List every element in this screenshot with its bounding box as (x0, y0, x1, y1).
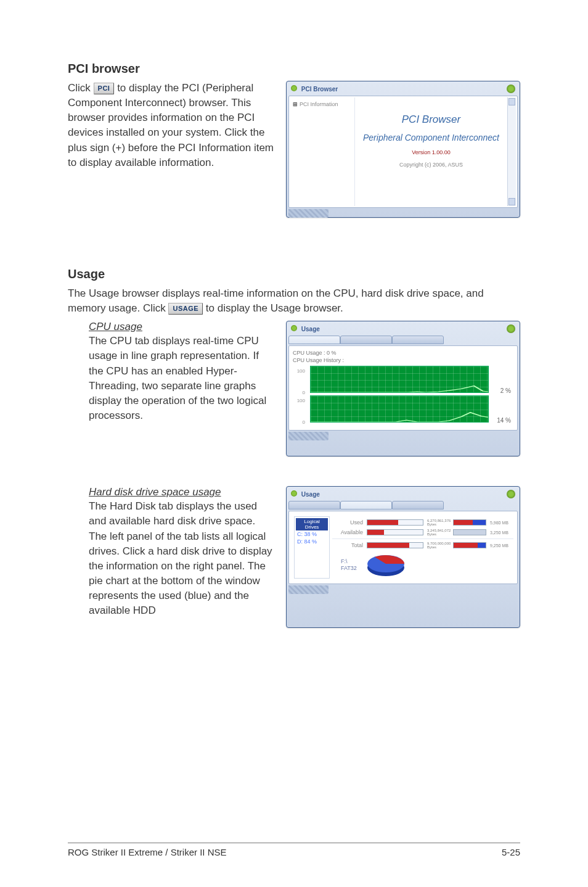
pci-main-panel: PCI Browser Peripheral Component Interco… (355, 97, 507, 206)
tab-hdd[interactable] (340, 501, 392, 510)
tick-bot: 0 (295, 390, 305, 395)
hdd-drive-list: Logical Drives C: 38 % D: 84 % (294, 516, 330, 579)
tick-bot: 0 (295, 419, 305, 425)
hdd-total-bar-sm (453, 542, 486, 548)
hdd-body: The Hard Disk tab displays the used and … (89, 499, 275, 618)
window-footer-grip (288, 585, 329, 594)
cpu-graph1-ticks: 100 0 (295, 368, 306, 395)
hdd-avail-bar-sm (453, 529, 486, 535)
pci-version: Version 1.00.00 (359, 149, 504, 155)
close-icon[interactable] (507, 324, 515, 333)
pci-copyright: Copyright (c) 2006, ASUS (359, 162, 504, 168)
usage-tabs (288, 501, 518, 510)
tab-hdd[interactable] (340, 336, 392, 344)
usage-heading: Usage (68, 267, 520, 281)
pci-tree-panel: ⊞ PCI Information (290, 97, 355, 206)
hdd-pie-wrap: F:\ FAT32 (333, 551, 512, 579)
pci-inline-button[interactable]: PCI (94, 83, 115, 95)
tick-top: 100 (295, 398, 305, 403)
pci-heading: PCI browser (68, 62, 520, 76)
pci-paragraph: Click PCI to display the PCI (Peripheral… (68, 81, 275, 170)
tab-memory[interactable] (392, 336, 444, 344)
hdd-used-bytes: 6,270,861,376 Bytes (427, 519, 449, 526)
cpu-graph1-value: 2 % (492, 387, 511, 395)
usage-inline-button[interactable]: USAGE (168, 303, 203, 315)
hdd-used-label: Used (333, 519, 363, 526)
window-footer-grip (288, 432, 329, 440)
cpu-usage-block: CPU usage The CPU tab displays real-time… (68, 321, 520, 456)
hdd-subhead: Hard disk drive space usage (89, 486, 275, 498)
hdd-row-avail: Available 3,245,841,072 Bytes 3,250 MB (333, 529, 512, 536)
cpu-window-icon (291, 325, 297, 331)
hdd-drive-list-header: Logical Drives (296, 518, 328, 530)
hdd-drive-item[interactable]: D: 84 % (296, 538, 328, 545)
hdd-avail-mb: 3,250 MB (490, 530, 512, 535)
cpu-usage-label: CPU Usage : 0 % (293, 350, 513, 356)
cpu-graph2-value: 14 % (492, 417, 511, 425)
footer-product: ROG Striker II Extreme / Striker II NSE (68, 847, 227, 857)
hdd-detail-panel: Used 6,270,861,376 Bytes 5,980 MB Availa… (333, 516, 512, 579)
tab-cpu[interactable] (288, 336, 340, 344)
divider (332, 538, 513, 539)
cpu-graph2-ticks: 100 0 (295, 398, 306, 425)
pci-main-subtitle: Peripheral Component Interconnect (359, 132, 504, 143)
hdd-total-bar (367, 542, 423, 548)
usage-intro-post: to display the Usage browser. (206, 302, 343, 314)
window-footer-grip (288, 209, 329, 218)
hdd-usage-window: Usage Logical Drives C: 38 % D: 84 % (286, 486, 520, 628)
hdd-avail-bar (367, 529, 423, 535)
hdd-window-title: Usage (301, 491, 320, 498)
pci-window-title: PCI Browser (301, 86, 338, 93)
usage-tabs (288, 336, 518, 344)
cpu-body: The CPU tab displays real-time CPU usage… (89, 334, 275, 423)
cpu-graph-1 (310, 366, 489, 393)
hdd-usage-block: Hard disk drive space usage The Hard Dis… (68, 486, 520, 628)
pci-para-post: to display the PCI (Peripheral Component… (68, 82, 274, 168)
tick-top: 100 (295, 368, 305, 374)
hdd-used-bar (367, 519, 423, 526)
pci-scrollbar[interactable] (507, 97, 516, 206)
hdd-row-used: Used 6,270,861,376 Bytes 5,980 MB (333, 519, 512, 526)
pci-window: PCI Browser ⊞ PCI Information (286, 81, 520, 218)
hdd-total-bytes: 9,700,000,000 Bytes (427, 542, 449, 549)
hdd-total-label: Total (333, 542, 363, 548)
hdd-row-total: Total 9,700,000,000 Bytes 9,250 MB (333, 542, 512, 549)
cpu-window-title-wrap: Usage (291, 325, 320, 332)
hdd-total-mb: 9,250 MB (490, 543, 512, 548)
footer-page-number: 5-25 (502, 847, 520, 857)
hdd-pie-legend: F:\ FAT32 (341, 558, 357, 572)
tab-memory[interactable] (392, 501, 444, 510)
pci-section: PCI browser Click PCI to display the PCI… (68, 62, 520, 218)
plus-icon[interactable]: ⊞ (293, 101, 298, 107)
close-icon[interactable] (507, 85, 515, 93)
cpu-usage-window: Usage CPU Usage : 0 % CPU Usage History … (286, 321, 520, 456)
cpu-graph-row-2: 100 0 14 % (295, 395, 511, 425)
hdd-pie-chart (364, 551, 407, 579)
scroll-down-icon[interactable] (508, 198, 515, 205)
hdd-window-title-wrap: Usage (291, 490, 320, 498)
pci-tree-item-label: PCI Information (300, 101, 338, 107)
hdd-used-bar-sm (453, 519, 486, 526)
hdd-used-mb: 5,980 MB (490, 521, 512, 525)
cpu-window-title: Usage (301, 326, 320, 332)
pci-tree-item[interactable]: ⊞ PCI Information (293, 101, 352, 107)
cpu-history-label: CPU Usage History : (293, 357, 513, 363)
pci-para-pre: Click (68, 82, 94, 94)
pci-main-title: PCI Browser (359, 113, 504, 126)
usage-section: Usage The Usage browser displays real-ti… (68, 267, 520, 628)
pci-window-title-wrap: PCI Browser (291, 85, 338, 93)
hdd-avail-bytes: 3,245,841,072 Bytes (427, 529, 449, 536)
usage-intro: The Usage browser displays real-time inf… (68, 286, 520, 316)
hdd-window-icon (291, 490, 297, 497)
pci-window-icon (291, 85, 297, 91)
hdd-drive-item[interactable]: C: 38 % (296, 530, 328, 538)
tab-cpu[interactable] (288, 501, 340, 510)
scroll-up-icon[interactable] (508, 98, 515, 105)
hdd-avail-label: Available (333, 529, 363, 535)
cpu-graph-2 (310, 395, 489, 423)
page-footer: ROG Striker II Extreme / Striker II NSE … (68, 843, 520, 857)
close-icon[interactable] (507, 490, 515, 498)
cpu-subhead: CPU usage (89, 321, 275, 333)
hdd-pie-legend-drive: F:\ (341, 558, 357, 566)
cpu-graph-row-1: 100 0 2 % (295, 366, 511, 395)
